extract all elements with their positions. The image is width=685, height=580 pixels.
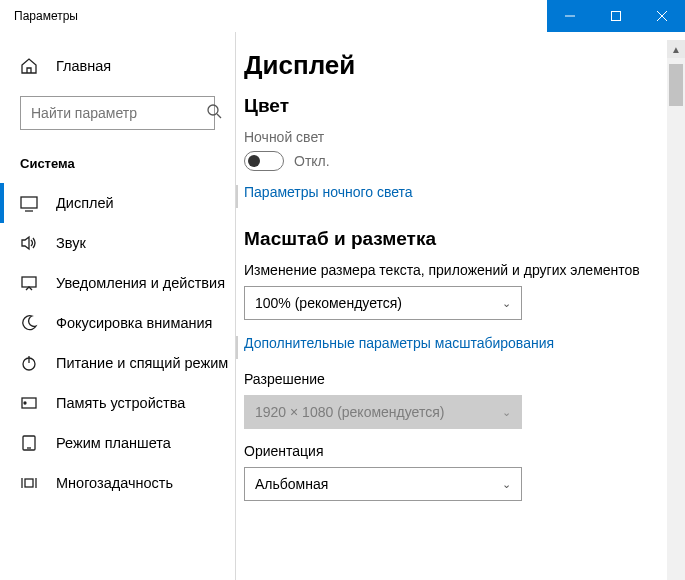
window-controls [547,0,685,32]
svg-point-12 [24,402,26,404]
sidebar-heading: Система [0,138,235,183]
maximize-button[interactable] [593,0,639,32]
sidebar-item-label: Уведомления и действия [56,275,225,291]
close-button[interactable] [639,0,685,32]
multitask-icon [20,474,38,492]
sidebar-item-sound[interactable]: Звук [0,223,235,263]
scale-label: Изменение размера текста, приложений и д… [244,262,661,278]
night-light-settings-link[interactable]: Параметры ночного света [244,184,413,200]
sidebar: Главная Система Дисплей Звук [0,32,236,580]
tablet-icon [20,434,38,452]
svg-line-5 [217,114,221,118]
sidebar-item-label: Память устройства [56,395,185,411]
sidebar-item-display[interactable]: Дисплей [0,183,235,223]
window-title: Параметры [0,9,78,23]
color-heading: Цвет [244,95,661,117]
orientation-label: Ориентация [244,443,661,459]
search-icon [206,103,222,123]
sidebar-home-label: Главная [56,58,111,74]
notifications-icon [20,274,38,292]
sidebar-item-label: Питание и спящий режим [56,355,228,371]
scale-value: 100% (рекомендуется) [255,295,402,311]
page-title: Дисплей [244,50,661,81]
home-icon [20,57,38,75]
svg-rect-6 [21,197,37,208]
svg-rect-17 [25,479,33,487]
scrollbar-thumb[interactable] [669,64,683,106]
toggle-track [244,151,284,171]
search-input[interactable] [20,96,215,130]
sidebar-item-storage[interactable]: Память устройства [0,383,235,423]
sidebar-item-label: Режим планшета [56,435,171,451]
scrollbar[interactable]: ▲ [667,40,685,580]
scale-heading: Масштаб и разметка [244,228,661,250]
sidebar-item-label: Фокусировка внимания [56,315,212,331]
minimize-button[interactable] [547,0,593,32]
chevron-down-icon: ⌄ [502,478,511,491]
sidebar-home[interactable]: Главная [0,46,235,86]
titlebar: Параметры [0,0,685,32]
sound-icon [20,234,38,252]
sidebar-item-label: Многозадачность [56,475,173,491]
night-light-label: Ночной свет [244,129,661,145]
orientation-value: Альбомная [255,476,328,492]
resolution-value: 1920 × 1080 (рекомендуется) [255,404,444,420]
scale-dropdown[interactable]: 100% (рекомендуется) ⌄ [244,286,522,320]
svg-point-4 [208,105,218,115]
sidebar-item-notifications[interactable]: Уведомления и действия [0,263,235,303]
storage-icon [20,394,38,412]
moon-icon [20,314,38,332]
sidebar-item-multitask[interactable]: Многозадачность [0,463,235,503]
toggle-state: Откл. [294,153,330,169]
scroll-up-icon[interactable]: ▲ [667,40,685,58]
search-field[interactable] [31,105,206,121]
sidebar-item-focus[interactable]: Фокусировка внимания [0,303,235,343]
night-light-toggle[interactable]: Откл. [244,151,661,171]
resolution-label: Разрешение [244,371,661,387]
sidebar-item-power[interactable]: Питание и спящий режим [0,343,235,383]
svg-rect-1 [612,12,621,21]
sidebar-item-tablet[interactable]: Режим планшета [0,423,235,463]
content-area: Дисплей Цвет Ночной свет Откл. Параметры… [236,32,685,580]
advanced-scaling-link[interactable]: Дополнительные параметры масштабирования [244,335,554,351]
chevron-down-icon: ⌄ [502,297,511,310]
svg-rect-8 [22,277,36,287]
resolution-dropdown[interactable]: 1920 × 1080 (рекомендуется) ⌄ [244,395,522,429]
sidebar-item-label: Звук [56,235,86,251]
orientation-dropdown[interactable]: Альбомная ⌄ [244,467,522,501]
chevron-down-icon: ⌄ [502,406,511,419]
display-icon [20,194,38,212]
sidebar-item-label: Дисплей [56,195,114,211]
power-icon [20,354,38,372]
